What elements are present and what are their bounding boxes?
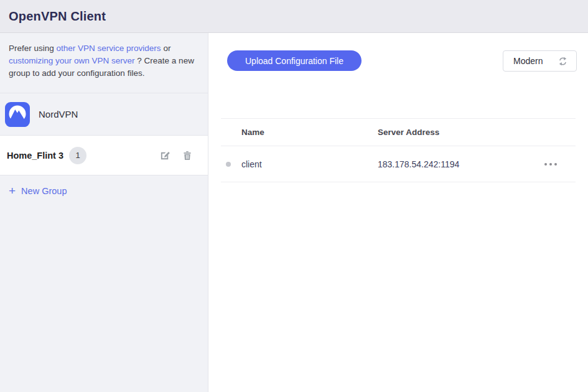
group-name: Home_Flint 3 [7, 151, 63, 161]
table-header-row: Name Server Address [221, 118, 576, 146]
column-header-server-address: Server Address [378, 128, 526, 137]
column-header-name: Name [241, 128, 378, 137]
table-row: client 183.178.54.242:1194 [221, 146, 576, 182]
mode-selector-value: Modern [513, 56, 543, 66]
page-header: OpenVPN Client [0, 0, 588, 33]
intro-part2: or [161, 44, 171, 53]
group-actions [159, 149, 193, 161]
toolbar: Upload Configuration File Modern [208, 33, 588, 105]
nordvpn-logo-icon [5, 102, 30, 127]
status-dot-icon [226, 162, 231, 167]
row-actions-menu-icon[interactable] [526, 159, 576, 169]
swap-icon [558, 57, 567, 66]
delete-group-icon[interactable] [182, 150, 193, 161]
provider-name: NordVPN [39, 109, 78, 119]
new-group-label: New Group [21, 186, 67, 196]
sidebar: Prefer using other VPN service providers… [0, 33, 208, 392]
sidebar-item-nordvpn[interactable]: NordVPN [0, 93, 208, 136]
group-count-badge: 1 [69, 147, 86, 164]
upload-configuration-button[interactable]: Upload Configuration File [227, 50, 362, 71]
intro-text: Prefer using other VPN service providers… [0, 33, 208, 93]
sidebar-item-group-home-flint[interactable]: Home_Flint 3 1 [0, 136, 208, 175]
edit-group-icon[interactable] [159, 149, 171, 161]
link-other-vpn-providers[interactable]: other VPN service providers [57, 44, 161, 53]
link-customize-vpn-server[interactable]: customizing your own VPN server [9, 56, 135, 65]
config-name: client [241, 159, 378, 169]
configurations-table: Name Server Address client 183.178.54.24… [221, 118, 576, 182]
intro-part1: Prefer using [9, 44, 57, 53]
mode-selector-button[interactable]: Modern [503, 50, 577, 72]
main-content: Upload Configuration File Modern Name Se… [208, 33, 588, 392]
config-server-address: 183.178.54.242:1194 [378, 159, 526, 169]
layout: Prefer using other VPN service providers… [0, 33, 588, 392]
plus-icon: + [9, 186, 16, 196]
page-title: OpenVPN Client [9, 9, 106, 24]
new-group-button[interactable]: + New Group [0, 175, 208, 207]
